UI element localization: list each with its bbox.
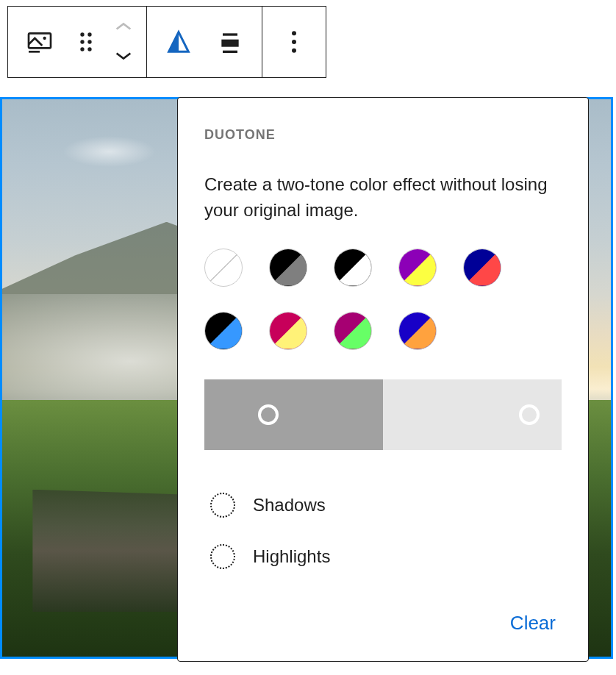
svg-point-7 xyxy=(80,47,84,51)
svg-point-12 xyxy=(292,31,296,35)
duotone-description: Create a two-tone color effect without l… xyxy=(204,172,562,224)
chevron-up-icon xyxy=(113,21,134,32)
shadows-color-row[interactable]: Shadows xyxy=(210,479,562,531)
more-options-button[interactable] xyxy=(268,7,320,77)
preset-dark-grayscale[interactable] xyxy=(269,249,307,287)
block-type-button[interactable] xyxy=(14,7,65,77)
move-up-button[interactable] xyxy=(113,12,134,42)
align-icon xyxy=(215,27,245,57)
preset-grayscale[interactable] xyxy=(334,249,372,287)
toolbar-group-block xyxy=(8,7,147,77)
shadows-label: Shadows xyxy=(253,495,326,515)
duotone-color-pickers: Shadows Highlights xyxy=(210,479,562,582)
preset-purple-yellow[interactable] xyxy=(398,249,437,287)
duotone-popover: Duotone Create a two-tone color effect w… xyxy=(177,97,589,662)
preset-purple-green[interactable] xyxy=(334,312,372,350)
svg-point-1 xyxy=(43,37,46,40)
svg-point-5 xyxy=(80,40,84,43)
chevron-down-icon xyxy=(113,51,134,61)
gradient-shadows-half xyxy=(204,379,383,450)
align-button[interactable] xyxy=(204,7,256,77)
preset-blue-orange[interactable] xyxy=(398,312,437,350)
highlights-label: Highlights xyxy=(253,546,330,567)
drag-icon xyxy=(71,27,101,57)
preset-midnight[interactable] xyxy=(204,312,243,350)
drag-handle[interactable] xyxy=(65,7,107,77)
move-down-button[interactable] xyxy=(113,42,134,71)
duotone-title: Duotone xyxy=(204,127,562,143)
svg-point-3 xyxy=(80,32,84,36)
ellipsis-vertical-icon xyxy=(279,27,309,57)
svg-point-4 xyxy=(87,32,91,36)
toolbar-group-more xyxy=(262,7,326,77)
highlights-color-row[interactable]: Highlights xyxy=(210,531,562,582)
svg-point-8 xyxy=(87,47,91,51)
preset-none[interactable] xyxy=(204,249,243,287)
duotone-icon xyxy=(164,27,193,57)
shadows-color-indicator xyxy=(210,493,235,518)
svg-point-14 xyxy=(292,49,296,53)
svg-point-13 xyxy=(292,40,296,44)
clear-button[interactable]: Clear xyxy=(504,609,562,638)
gradient-shadow-handle[interactable] xyxy=(258,404,279,425)
highlights-color-indicator xyxy=(210,544,235,569)
move-buttons xyxy=(107,12,140,71)
duotone-footer: Clear xyxy=(204,609,562,638)
preset-blue-red[interactable] xyxy=(463,249,501,287)
block-toolbar xyxy=(7,6,326,78)
duotone-presets xyxy=(204,249,562,350)
gradient-highlight-handle[interactable] xyxy=(519,404,540,425)
duotone-button[interactable] xyxy=(153,7,204,77)
duotone-gradient-bar[interactable] xyxy=(204,379,562,450)
toolbar-group-filters xyxy=(147,7,262,77)
svg-point-6 xyxy=(87,40,91,43)
preset-magenta-yellow[interactable] xyxy=(269,312,307,350)
svg-rect-10 xyxy=(221,40,238,47)
image-block-icon xyxy=(25,27,54,57)
